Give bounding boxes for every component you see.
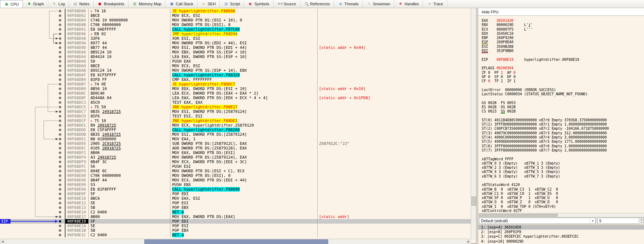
disasm-row[interactable]: 00F88DA850PUSH EAX bbox=[0, 59, 471, 64]
instruction-cell[interactable]: MOV DWORD PTR DS:[ESI], 0 bbox=[170, 173, 317, 178]
address-cell[interactable]: 00F88D8B bbox=[65, 23, 89, 27]
disasm-row[interactable]: 00F88E178B00MOV EAX, DWORD PTR DS:[EAX][… bbox=[0, 214, 471, 219]
bytes-cell[interactable]: 33F6 bbox=[89, 36, 170, 41]
register-line[interactable] bbox=[482, 62, 644, 66]
bytes-cell[interactable]: 8D448A 04 bbox=[89, 96, 170, 100]
instruction-cell[interactable]: POP EDI bbox=[170, 192, 317, 196]
disasm-row[interactable]: 00F88E1CC2 0400RET 4 bbox=[0, 233, 471, 237]
bytes-cell[interactable]: ∨ 74 16 bbox=[89, 9, 170, 13]
register-line[interactable]: x87SW_B 0 x87SW_C3 1 x87SW_C2 0 bbox=[482, 187, 644, 192]
bytes-cell[interactable]: 5B bbox=[89, 228, 170, 233]
instruction-cell[interactable]: MOV EDX, DWORD PTR DS:[ESI + 10] bbox=[170, 86, 317, 91]
comment-cell[interactable] bbox=[317, 68, 471, 73]
hide-fpu-button[interactable]: Hide FPU bbox=[478, 8, 644, 16]
disasm-row[interactable]: 00F88DFC56PUSH ESI bbox=[0, 164, 471, 169]
disasm-row[interactable]: 00F88E0AE8 81F8FFFFCALL hyperlightdrifte… bbox=[0, 187, 471, 192]
address-cell[interactable]: 00F88DB9 bbox=[65, 86, 89, 91]
register-line[interactable]: LastError 00000000 (ERROR_SUCCESS) bbox=[482, 88, 644, 92]
disasm-row[interactable]: 00F88DAFE8 6CF5FFFFCALL hyperlightdrifte… bbox=[0, 73, 471, 77]
address-cell[interactable]: 00F88D9D bbox=[65, 45, 89, 50]
instruction-cell[interactable]: MOV ECX, hyperlightdrifter.25879120 bbox=[170, 123, 317, 128]
comment-cell[interactable] bbox=[317, 128, 471, 132]
disasm-row[interactable]: 00F88DDB8B35 24918725MOV ESI, DWORD PTR … bbox=[0, 132, 471, 137]
address-cell[interactable]: 00F88E17 bbox=[65, 214, 89, 219]
scroll-left-icon[interactable]: ◄ bbox=[0, 239, 5, 244]
comment-cell[interactable] bbox=[317, 27, 471, 32]
breakpoint-dot[interactable] bbox=[59, 19, 61, 21]
bytes-cell[interactable]: 8B77 44 bbox=[89, 45, 170, 50]
disasm-row[interactable]: 00F88DB7∨ 74 0EJE hyperlightdrifter.F88D… bbox=[0, 82, 471, 86]
register-line[interactable]: x87TW_4 3 (Empty) x87TW_5 3 (Empty) bbox=[482, 170, 644, 174]
comment-cell[interactable] bbox=[317, 23, 471, 27]
instruction-cell[interactable]: MOV ESI, DWORD PTR DS:[25879124] bbox=[170, 109, 317, 114]
instruction-cell[interactable]: MOV DWORD PTR SS:[ESP + 14], EBX bbox=[170, 68, 317, 73]
address-cell[interactable]: 00F88E1B bbox=[65, 228, 89, 233]
disasm-row[interactable]: 00F88E14C2 0400RET 4 bbox=[0, 210, 471, 214]
bytes-cell[interactable]: A3 24918725 bbox=[89, 155, 170, 160]
disasm-row[interactable]: 00F88E00C706 00000000MOV DWORD PTR DS:[E… bbox=[0, 173, 471, 178]
address-cell[interactable]: 00F88E06 bbox=[65, 178, 89, 182]
instruction-cell[interactable]: POP ESI bbox=[170, 201, 317, 205]
instruction-cell[interactable]: CALL hyperlightdrifter.F87CA0 bbox=[170, 27, 317, 32]
spin-up-icon[interactable]: ▲ bbox=[639, 218, 644, 221]
comment-cell[interactable] bbox=[317, 50, 471, 54]
address-cell[interactable]: 00F88E0F bbox=[65, 192, 89, 196]
disasm-row[interactable]: 00F88E0F5FPOP EDI bbox=[0, 192, 471, 196]
register-line[interactable] bbox=[482, 153, 644, 157]
breakpoint-dot[interactable] bbox=[59, 133, 61, 136]
tab-source[interactable]: <>Source bbox=[274, 0, 300, 8]
tab-breakpoints[interactable]: ●Breakpoints bbox=[94, 0, 129, 8]
register-line[interactable]: EIP 00F88E19 hyperlightdrifter.00F88E19 bbox=[482, 58, 644, 62]
breakpoint-dot[interactable] bbox=[59, 78, 61, 81]
register-line[interactable]: ST(2) C00FCB73560000000000 x87r2 Empty -… bbox=[482, 127, 644, 131]
comment-cell[interactable] bbox=[317, 164, 471, 169]
instruction-cell[interactable]: RET 4 bbox=[170, 233, 317, 237]
register-line[interactable]: ST(1) 3FFF8000000000000000 x87r1 Empty 1… bbox=[482, 122, 644, 127]
disasm-row[interactable]: 00F88D84C746 10 00000000MOV DWORD PTR DS… bbox=[0, 18, 471, 23]
breakpoint-dot[interactable] bbox=[59, 69, 61, 72]
comment-cell[interactable] bbox=[317, 77, 471, 82]
instruction-cell[interactable]: JNE hyperlightdrifter.F88E17 bbox=[170, 105, 317, 109]
tab-threads[interactable]: ⇉Threads bbox=[334, 0, 363, 8]
bytes-cell[interactable]: C706 00000000 bbox=[89, 173, 170, 178]
instruction-cell[interactable]: MOV EAX, ESI bbox=[170, 196, 317, 201]
comment-cell[interactable]: [static addr + 0x1FD8] bbox=[317, 96, 471, 100]
address-cell[interactable]: 00F88DC3 bbox=[65, 100, 89, 105]
disasm-row[interactable]: 00F88DC5∨ 75 50JNE hyperlightdrifter.F88… bbox=[0, 105, 471, 109]
bytes-cell[interactable]: 85C0 bbox=[89, 100, 170, 105]
address-cell[interactable]: 00F88D91 bbox=[65, 27, 89, 32]
instruction-cell[interactable]: LEA EAX, DWORD PTR DS:[EDX + ECX * 4 + 4… bbox=[170, 96, 317, 100]
address-cell[interactable]: 00F88DFC bbox=[65, 164, 89, 169]
address-cell[interactable]: 00F88D84 bbox=[65, 18, 89, 23]
register-line[interactable] bbox=[482, 53, 644, 57]
breakpoint-dot[interactable] bbox=[59, 65, 61, 67]
address-cell[interactable]: 00F88DD6 bbox=[65, 128, 89, 132]
calling-convention-select[interactable]: Default (stdcall) ▼ bbox=[479, 218, 596, 224]
bytes-cell[interactable]: 83F8 FF bbox=[89, 77, 170, 82]
bytes-cell[interactable]: 5E bbox=[89, 224, 170, 228]
breakpoint-dot[interactable] bbox=[59, 147, 61, 149]
comment-cell[interactable] bbox=[317, 109, 471, 114]
register-line[interactable]: OF 0 SF 0 DF 0 bbox=[482, 75, 644, 79]
disasm-row[interactable]: 00F88DE62905 2C918725SUB DWORD PTR DS:[2… bbox=[0, 141, 471, 146]
address-cell[interactable]: 00F88DEC bbox=[65, 146, 89, 150]
bytes-cell[interactable]: 8D4424 10 bbox=[89, 54, 170, 59]
disasm-row[interactable]: 00F88DCD85F6TEST ESI, ESI bbox=[0, 114, 471, 118]
register-line[interactable]: LastStatus C0000034 (STATUS_OBJECT_NAME_… bbox=[482, 92, 644, 96]
scroll-right-icon[interactable]: ► bbox=[466, 239, 471, 244]
disasm-row[interactable]: 00F88DB98B56 10MOV EDX, DWORD PTR DS:[ES… bbox=[0, 86, 471, 91]
breakpoint-dot[interactable] bbox=[59, 37, 61, 40]
register-line[interactable]: EDI 353F9BB0 bbox=[482, 49, 644, 53]
breakpoint-dot[interactable] bbox=[59, 211, 61, 213]
breakpoint-dot[interactable] bbox=[59, 56, 61, 58]
spin-down-icon[interactable]: ▼ bbox=[639, 221, 644, 224]
disasm-row[interactable]: 00F88DF98B4F 3CMOV ECX, DWORD PTR DS:[ED… bbox=[0, 160, 471, 164]
comment-cell[interactable] bbox=[317, 187, 471, 192]
bytes-cell[interactable]: 85F6 bbox=[89, 114, 170, 118]
breakpoint-dot[interactable] bbox=[59, 74, 61, 76]
comment-cell[interactable] bbox=[317, 224, 471, 228]
breakpoint-dot[interactable] bbox=[59, 179, 61, 181]
instruction-cell[interactable]: MOV EAX, DWORD PTR DS:[EAX] bbox=[170, 214, 317, 219]
disasm-row[interactable]: 00F88DA98BCEMOV ECX, ESI bbox=[0, 64, 471, 68]
register-line[interactable]: x87SW_SF 0 x87SW_P 1 x87SW_U 0 bbox=[482, 196, 644, 200]
